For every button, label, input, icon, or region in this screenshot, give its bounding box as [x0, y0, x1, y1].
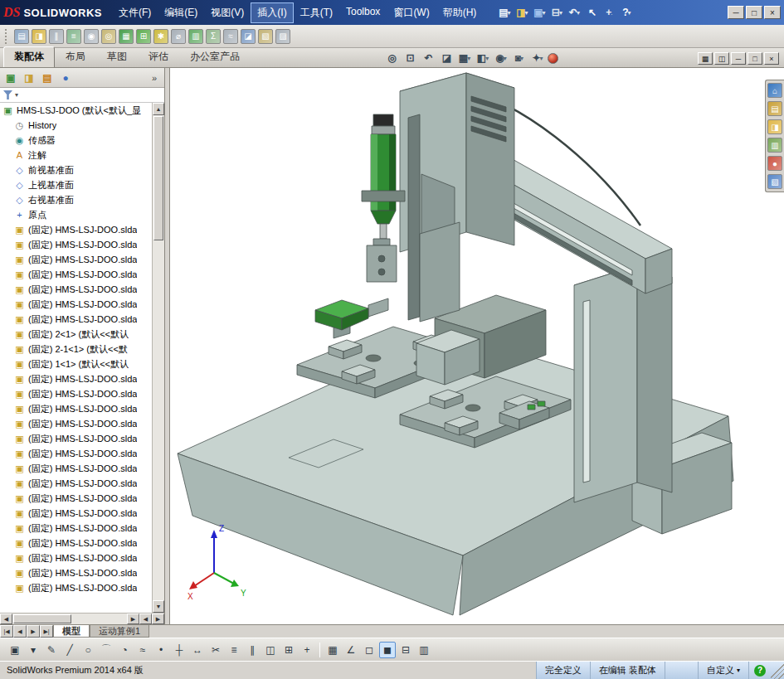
appearances-icon[interactable]: ●: [767, 156, 782, 171]
tree-item[interactable]: ▣ (固定) HMS-LSJ-DOO.slda: [0, 222, 152, 237]
filter-dropdown-icon[interactable]: ▾: [15, 91, 18, 99]
propertymanager-tab[interactable]: ◨: [21, 70, 37, 86]
open-icon[interactable]: ◨▾: [514, 4, 530, 21]
tree-item[interactable]: ▣ (固定) HMS-LSJ-DOO.slda: [0, 506, 152, 521]
macro-icon[interactable]: ▨: [275, 29, 290, 44]
view-palette-icon[interactable]: ▥: [767, 138, 782, 153]
resize-grip[interactable]: [771, 662, 784, 679]
zoom-area-icon[interactable]: ⊡: [402, 51, 418, 65]
move-entities-icon[interactable]: +: [299, 642, 315, 658]
equations-icon[interactable]: Σ: [206, 29, 221, 44]
graphics-viewport[interactable]: Z X Y: [170, 68, 784, 624]
tree-horizontal-scrollbar[interactable]: ◀ ▶ ◀ ▶: [0, 613, 164, 624]
pattern-table-icon[interactable]: ▥: [188, 29, 203, 44]
tree-item[interactable]: ▣ (固定) HMS-LSJ-DOO.slda: [0, 521, 152, 536]
tree-item[interactable]: ▣ (固定) HMS-LSJ-DOO.slda: [0, 431, 152, 446]
tree-item[interactable]: ▣ (固定) HMS-LSJ-DOO.slda: [0, 461, 152, 476]
tree-item[interactable]: ▣ (固定) HMS-LSJ-DOO.slda: [0, 401, 152, 416]
sketch-pencil-icon[interactable]: ✎: [43, 642, 60, 658]
tree-item[interactable]: ▣ (固定) HMS-LSJ-DOO.slda: [0, 282, 152, 297]
tree-item[interactable]: ▣ (固定) HMS-LSJ-DOO.slda: [0, 237, 152, 252]
line-icon[interactable]: ╱: [61, 642, 78, 658]
command-tab[interactable]: 装配体: [3, 46, 55, 67]
solidworks-resources-icon[interactable]: ⌂: [767, 83, 782, 98]
new-document-icon[interactable]: ▤▾: [496, 4, 513, 21]
configurationmanager-tab[interactable]: ▤: [39, 70, 56, 86]
quick-tips-help-icon[interactable]: ?: [754, 665, 766, 677]
curvature-check-icon[interactable]: ≈: [223, 29, 238, 44]
preview-window-icon[interactable]: ◉: [84, 29, 99, 44]
file-explorer-icon[interactable]: ◨: [767, 119, 782, 134]
component-structure-icon[interactable]: ≡: [66, 29, 81, 44]
menu-item[interactable]: 工具(T): [294, 2, 339, 23]
assembly-3d-model[interactable]: [171, 68, 784, 624]
toolbox-insert-icon[interactable]: ⊞: [136, 29, 151, 44]
ellipse-icon[interactable]: ◔: [116, 642, 133, 658]
tree-item[interactable]: ▣ (固定) HMS-LSJ-DOO.slda: [0, 446, 152, 461]
tree-item[interactable]: ▣ (固定) HMS-LSJ-DOO.slda: [0, 386, 152, 401]
tree-item[interactable]: ◇ 右视基准面: [0, 192, 152, 207]
print-icon[interactable]: ⊟▾: [548, 4, 565, 21]
featuremanager-tab[interactable]: ▣: [2, 70, 19, 86]
tree-item[interactable]: ▣ (固定) HMS-LSJ-DOO.slda: [0, 476, 152, 491]
doc-close-button[interactable]: ×: [764, 52, 779, 65]
tree-item[interactable]: ◷ History: [0, 118, 152, 133]
pane-left-icon[interactable]: ◀: [139, 614, 152, 624]
doc-restore-button[interactable]: □: [747, 52, 762, 65]
mirror-entities-icon[interactable]: ◫: [262, 642, 279, 658]
smart-dimension-icon[interactable]: ↔: [189, 642, 206, 658]
close-button[interactable]: ×: [764, 6, 781, 19]
tree-item[interactable]: + 原点: [0, 207, 152, 222]
shaded-with-edges-icon[interactable]: ◼: [379, 642, 396, 658]
search-results-icon[interactable]: ◎: [101, 29, 116, 44]
tree-item[interactable]: ◉ 传感器: [0, 133, 152, 148]
command-tab[interactable]: 评估: [138, 46, 179, 67]
filter-funnel-icon[interactable]: [3, 90, 12, 99]
minimize-button[interactable]: ─: [728, 6, 744, 19]
command-tab[interactable]: 草图: [96, 46, 138, 67]
tree-item[interactable]: ◇ 上视基准面: [0, 177, 152, 192]
design-check-icon[interactable]: ✱: [153, 29, 168, 44]
wireframe-icon[interactable]: ◻: [361, 642, 377, 658]
rapid-view-icon[interactable]: ▥: [416, 642, 432, 658]
measure-icon[interactable]: ⌀: [171, 29, 186, 44]
save-icon[interactable]: ▣▾: [531, 4, 548, 21]
tree-item[interactable]: ▣ (固定) HMS-LSJ-DOO.slda: [0, 267, 152, 282]
apply-scene-icon[interactable]: ◙▾: [511, 51, 528, 65]
scroll-left-icon[interactable]: ◀: [0, 614, 12, 624]
view-orientation-icon[interactable]: ▦▾: [456, 51, 473, 65]
spline-icon[interactable]: ≈: [134, 642, 151, 658]
save-table-icon[interactable]: ◨: [32, 29, 46, 44]
save-dropdown-icon[interactable]: ▾: [25, 642, 41, 658]
screen-capture-icon[interactable]: ▤: [14, 29, 29, 44]
doc-minimize-button[interactable]: ─: [731, 52, 746, 65]
convert-entities-icon[interactable]: ≡: [226, 642, 242, 658]
linear-pattern-icon[interactable]: ⊞: [280, 642, 297, 658]
toolbar-grip[interactable]: [5, 29, 8, 44]
menu-item[interactable]: 视图(V): [204, 2, 251, 23]
doc-pane-split-icon[interactable]: ▦: [698, 52, 713, 65]
tree-item[interactable]: ▣ (固定) HMS-LSJ-DOO.slda: [0, 416, 152, 431]
command-tab[interactable]: 办公室产品: [179, 46, 251, 67]
tree-item[interactable]: ▣ HMS-LSJ-DOO (默认<默认_显: [0, 103, 152, 118]
attachment-icon[interactable]: ∥: [49, 29, 64, 44]
displaymanager-tab[interactable]: ●: [57, 70, 74, 86]
tree-vertical-scrollbar[interactable]: ▲ ▼: [152, 103, 164, 613]
tree-item[interactable]: ▣ (固定) HMS-LSJ-DOO.slda: [0, 491, 152, 506]
scroll-thumb-horizontal[interactable]: [13, 614, 71, 623]
angle-snap-icon[interactable]: ∠: [343, 642, 359, 658]
status-custom-dropdown[interactable]: 自定义 ▾: [699, 662, 749, 679]
tree-item[interactable]: ◇ 前视基准面: [0, 162, 152, 177]
arc-icon[interactable]: ⌒: [98, 642, 114, 658]
tree-item[interactable]: ▣ (固定) 1<1> (默认<<默认: [0, 356, 152, 371]
menu-item[interactable]: 插入(I): [251, 2, 293, 23]
scroll-down-icon[interactable]: ▼: [153, 600, 164, 613]
more-commands-icon[interactable]: +.: [601, 4, 617, 21]
circle-icon[interactable]: ○: [80, 642, 96, 658]
tree-item[interactable]: A 注解: [0, 148, 152, 162]
grid-snap-icon[interactable]: ▦: [324, 642, 341, 658]
menu-item[interactable]: Toolbox: [339, 2, 387, 23]
doc-pane-two-icon[interactable]: ◫: [714, 52, 729, 65]
save-sketch-icon[interactable]: ▣: [7, 642, 23, 658]
select-cursor-icon[interactable]: ↖: [583, 4, 600, 21]
